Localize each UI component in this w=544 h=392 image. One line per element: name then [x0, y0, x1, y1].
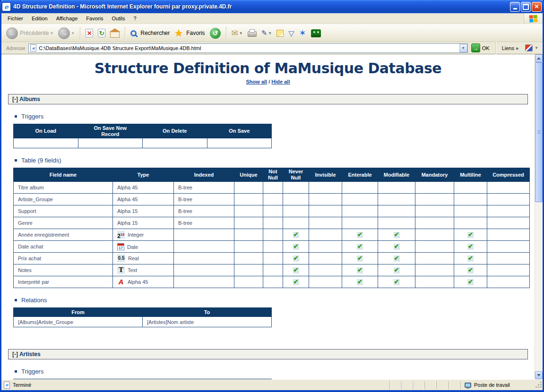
compressed-cell — [487, 217, 530, 229]
forward-dropdown-icon[interactable]: ▼ — [71, 31, 75, 35]
field-indexed-cell — [174, 253, 234, 264]
multiline-cell: ✔ — [454, 241, 487, 253]
refresh-icon: ↻ — [98, 29, 105, 37]
home-button[interactable] — [108, 28, 121, 39]
search-button[interactable]: Rechercher — [129, 29, 172, 37]
mail-button[interactable]: ✉ ▼ — [230, 27, 245, 39]
show-all-link[interactable]: Show all — [246, 79, 268, 85]
never_null-cell: ✔ — [283, 229, 309, 241]
never_null-cell: ✔ — [283, 241, 309, 253]
forward-button[interactable]: → ▼ — [56, 26, 77, 40]
section-header-artistes[interactable]: [-] Artistes — [8, 349, 528, 359]
unique-cell — [234, 276, 263, 288]
field-type-label: Alpha 15 — [117, 209, 138, 214]
multiline-cell: ✔ — [454, 276, 487, 288]
multiline-cell: ✔ — [454, 253, 487, 264]
back-button[interactable]: ← Précédente ▼ — [4, 26, 55, 40]
address-input[interactable]: e C:\DataBases\MaMusique.4DB Structure E… — [28, 43, 467, 53]
fields-heading: Table (9 fields) — [15, 157, 535, 164]
multiline-cell — [454, 205, 487, 217]
empty-cell — [14, 138, 78, 148]
edit-button[interactable]: ✎ ▼ — [259, 28, 274, 38]
discuss-button[interactable] — [275, 29, 285, 38]
print-icon — [248, 31, 257, 37]
messenger-icon: ✶ — [299, 28, 306, 38]
not_null-cell — [263, 182, 283, 194]
relation-cell: [Artistes]Nom artiste — [143, 317, 272, 327]
maximize-button[interactable] — [521, 2, 531, 12]
go-label: OK — [482, 45, 490, 51]
edit-dropdown-icon[interactable]: ▼ — [268, 31, 272, 35]
enterable-cell — [342, 194, 378, 205]
menu-item-affichage[interactable]: Affichage — [52, 14, 82, 23]
column-header: On Save — [207, 379, 272, 380]
modifiable-cell: ✔ — [378, 229, 415, 241]
go-button[interactable]: → — [471, 43, 480, 52]
triggers-table-artistes: On LoadOn Save New RecordOn DeleteOn Sav… — [13, 379, 272, 379]
scrollbar-thumb[interactable] — [535, 62, 543, 202]
not_null-cell — [263, 264, 283, 276]
scroll-up-button[interactable] — [535, 54, 543, 62]
field-type-label: Alpha 15 — [117, 221, 138, 226]
not_null-cell — [263, 217, 283, 229]
bullet-icon — [15, 299, 17, 301]
favorites-button[interactable]: ★ Favoris — [173, 28, 207, 38]
refresh-button[interactable]: ↻ — [96, 28, 107, 38]
column-header: On Save New Record — [78, 124, 143, 138]
modifiable-cell: ✔ — [378, 264, 415, 276]
status-bar: e Terminé Poste de travail — [1, 379, 543, 390]
status-zone — [448, 381, 460, 389]
addon-button[interactable] — [309, 28, 323, 38]
stop-button[interactable]: ✕ — [84, 28, 95, 38]
column-header: Multiline — [454, 168, 487, 182]
edit-icon: ✎ — [261, 29, 268, 37]
menu-item-favoris[interactable]: Favoris — [82, 14, 107, 23]
modifiable-cell — [378, 194, 415, 205]
compressed-cell — [487, 276, 530, 288]
multiline-cell — [454, 182, 487, 194]
triggers-heading-artistes: Triggers — [15, 368, 535, 375]
address-dropdown-button[interactable]: ▼ — [459, 44, 467, 52]
resize-grip[interactable] — [535, 382, 543, 389]
favorites-star-icon: ★ — [174, 29, 183, 37]
favorites-label: Favoris — [186, 30, 205, 36]
pdf-dropdown-icon[interactable]: ▼ — [535, 46, 538, 50]
links-menu[interactable]: Liens » — [498, 45, 522, 51]
text-type-icon: T — [117, 266, 125, 274]
security-zone: Poste de travail — [460, 381, 535, 389]
status-zone — [389, 381, 401, 389]
date-type-icon: 17 — [117, 243, 124, 250]
filter-button[interactable]: ▽ — [286, 28, 296, 39]
stop-icon: ✕ — [86, 29, 93, 37]
back-dropdown-icon[interactable]: ▼ — [50, 31, 53, 35]
history-icon: ↺ — [210, 28, 221, 39]
column-header: On Delete — [143, 124, 207, 138]
hide-all-link[interactable]: Hide all — [271, 79, 290, 85]
menu-item-outils[interactable]: Outils — [107, 14, 129, 23]
minimize-button[interactable] — [510, 2, 520, 12]
messenger-button[interactable]: ✶ — [297, 27, 308, 39]
history-button[interactable]: ↺ — [208, 27, 223, 40]
title-bar[interactable]: e 4D Structure Definition - Microsoft In… — [0, 0, 544, 13]
menu-item-fichier[interactable]: Fichier — [3, 14, 27, 23]
fields-header-row: Field nameTypeIndexedUniqueNot NullNever… — [14, 168, 530, 182]
vertical-scrollbar[interactable] — [535, 54, 543, 379]
field-type-cell: 17Date — [113, 241, 174, 253]
mail-dropdown-icon[interactable]: ▼ — [239, 31, 243, 35]
mandatory-cell — [415, 229, 454, 241]
field-indexed-cell — [174, 229, 234, 241]
pdf-button[interactable]: ▼ — [522, 44, 541, 51]
section-header-albums[interactable]: [-] Albums — [8, 94, 528, 104]
menu-item-help[interactable]: ? — [130, 14, 141, 23]
relations-table: FromTo [Albums]Artiste_Groupe[Artistes]N… — [13, 307, 272, 327]
unique-cell — [234, 205, 263, 217]
never_null-cell — [283, 205, 309, 217]
scrollbar-track[interactable] — [535, 62, 543, 371]
unique-cell — [234, 182, 263, 194]
scroll-down-button[interactable] — [535, 371, 543, 379]
column-header: Compressed — [487, 168, 530, 182]
print-button[interactable] — [246, 28, 259, 38]
links-chevron-icon: » — [516, 45, 518, 51]
close-button[interactable]: ✕ — [532, 2, 542, 12]
menu-item-edition[interactable]: Edition — [27, 14, 52, 23]
